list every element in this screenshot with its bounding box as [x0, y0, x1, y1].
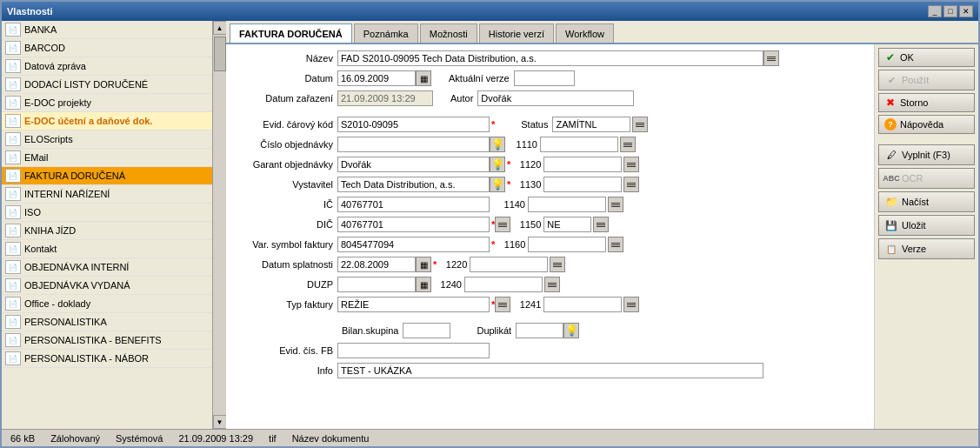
nazev-input[interactable] [337, 50, 763, 66]
autor-input[interactable] [477, 90, 634, 106]
status-1110-input[interactable] [540, 137, 618, 152]
status-1160-list-button[interactable] [608, 237, 623, 252]
sidebar-item-obj-int[interactable]: 📄 OBJEDNÁVKA INTERNÍ [2, 258, 212, 277]
status-1241-code: 1241 [510, 299, 543, 310]
typ-faktury-input[interactable] [337, 297, 490, 312]
datum-splatnosti-calendar[interactable]: ▦ [416, 257, 431, 272]
datum-splatnosti-input[interactable] [337, 257, 416, 272]
tab-poznamka[interactable]: Poznámka [354, 23, 418, 43]
status-1220-list-button[interactable] [550, 257, 565, 272]
ok-button[interactable]: ✔ OK [878, 48, 975, 67]
status-1120-input[interactable] [543, 157, 622, 172]
dic-list-button[interactable] [495, 217, 510, 232]
sidebar-item-email[interactable]: 📄 EMail [2, 149, 212, 167]
verze-button[interactable]: 📋 Verze [878, 238, 975, 259]
tab-historie[interactable]: Historie verzí [479, 23, 554, 43]
status-1150-input[interactable] [543, 217, 591, 232]
duplikat-label: Duplikát [477, 325, 511, 336]
status-1240-input[interactable] [464, 277, 543, 292]
sidebar-item-person-nab[interactable]: 📄 PERSONALISTIKA - NÁBOR [2, 350, 212, 368]
storno-button[interactable]: ✖ Storno [878, 93, 975, 112]
dic-input[interactable] [337, 217, 490, 232]
sidebar-item-kniha[interactable]: 📄 KNIHA JÍZD [2, 222, 212, 240]
status-input[interactable] [552, 117, 630, 132]
vyplnit-button[interactable]: 🖊 Vyplnit (F3) [878, 144, 975, 165]
status-1160-input[interactable] [528, 237, 606, 252]
status-1110-list-button[interactable] [620, 137, 636, 152]
status-list-button[interactable] [632, 117, 648, 132]
status-1150-list-button[interactable] [593, 217, 609, 232]
status-1140-input[interactable] [528, 197, 606, 212]
scroll-down-button[interactable]: ▼ [213, 415, 227, 429]
aktualni-verze-input[interactable] [514, 70, 575, 86]
bilan-row: Bilan.skupina Duplikát 💡 [233, 322, 867, 339]
nacist-button[interactable]: 📁 Načíst [878, 191, 975, 212]
status-1140-list-button[interactable] [608, 197, 623, 212]
sidebar-item-kontakt[interactable]: 📄 Kontakt [2, 240, 212, 258]
garant-bulb[interactable]: 💡 [490, 157, 505, 172]
garant-input[interactable] [337, 157, 490, 172]
evid-fb-input[interactable] [337, 343, 490, 358]
duzp-input[interactable] [337, 277, 416, 292]
pouzit-button[interactable]: ✔ Použít [878, 70, 975, 90]
sidebar-item-person[interactable]: 📄 PERSONALISTIKA [2, 313, 212, 331]
status-1241-input[interactable] [543, 297, 622, 312]
sidebar-item-person-ben[interactable]: 📄 PERSONALISTIKA - BENEFITS [2, 331, 212, 350]
datum-input[interactable] [337, 70, 416, 86]
garant-row: Garant objednávky 💡 * 1120 [233, 156, 867, 173]
info-input[interactable] [337, 363, 763, 378]
sidebar-item-office[interactable]: 📄 Office - doklady [2, 295, 212, 313]
sidebar-item-iso[interactable]: 📄 ISO [2, 204, 212, 222]
sidebar-wrapper: 📄 BANKA 📄 BARCOD 📄 Datová zpráva 📄 DODAC… [2, 21, 226, 429]
status-1130-list-button[interactable] [623, 177, 639, 192]
duplikat-bulb[interactable]: 💡 [563, 323, 579, 338]
doc-icon: 📄 [5, 169, 21, 183]
var-symbol-label: Var. symbol faktury [233, 239, 337, 250]
cislo-obj-input[interactable] [337, 137, 490, 152]
nazev-list-button[interactable] [763, 50, 779, 66]
vystavitel-input[interactable] [337, 177, 490, 192]
status-1240-list-button[interactable] [544, 277, 560, 292]
sidebar-item-obj-vyd[interactable]: 📄 OBJEDNÁVKA VYDANÁ [2, 277, 212, 295]
backup-state: Zálohovaný [47, 433, 103, 444]
maximize-button[interactable]: □ [943, 5, 957, 17]
sidebar-item-datova[interactable]: 📄 Datová zpráva [2, 57, 212, 76]
sidebar-item-faktura[interactable]: 📄 FAKTURA DORUČENÁ [2, 167, 212, 185]
tab-workflow[interactable]: Workflow [556, 23, 614, 43]
var-symbol-input[interactable] [337, 237, 490, 252]
duplikat-input[interactable] [516, 323, 563, 338]
sidebar-item-label: PERSONALISTIKA [24, 317, 107, 327]
ic-input[interactable] [337, 197, 490, 212]
status-1241-list-button[interactable] [623, 297, 639, 312]
sidebar-item-eloscripts[interactable]: 📄 ELOScripts [2, 130, 212, 149]
tab-faktura-dorucena[interactable]: FAKTURA DORUČENÁ [230, 23, 352, 43]
folder-icon: 📁 [884, 195, 898, 209]
autor-label: Autor [450, 93, 473, 104]
sidebar-item-banka[interactable]: 📄 BANKA [2, 21, 212, 39]
ocr-button[interactable]: ABC OCR [878, 168, 975, 189]
close-button[interactable]: ✕ [959, 5, 973, 17]
tab-moznosti[interactable]: Možnosti [420, 23, 477, 43]
typ-faktury-list-button[interactable] [495, 297, 510, 312]
sidebar-item-edoc2[interactable]: 📄 E-DOC účetní a daňové dok. [2, 112, 212, 130]
scroll-up-button[interactable]: ▲ [213, 21, 227, 35]
cislo-obj-bulb[interactable]: 💡 [490, 137, 505, 152]
minimize-button[interactable]: _ [928, 5, 942, 17]
datum-calendar-button[interactable]: ▦ [416, 70, 431, 86]
sidebar-item-dodaci[interactable]: 📄 DODACÍ LISTY DORUČENÉ [2, 76, 212, 94]
scroll-thumb[interactable] [214, 37, 226, 71]
sidebar-item-barcod[interactable]: 📄 BARCOD [2, 39, 212, 57]
status-1120-list-button[interactable] [623, 157, 639, 172]
dic-wrapper: * [337, 217, 510, 232]
bilan-skupina-input[interactable] [403, 323, 450, 338]
sidebar-item-edoc[interactable]: 📄 E-DOC projekty [2, 94, 212, 112]
main-window: Vlastnosti _ □ ✕ 📄 BANKA 📄 BARCOD 📄 Dato [0, 0, 980, 448]
vystavitel-bulb[interactable]: 💡 [490, 177, 505, 192]
duzp-calendar[interactable]: ▦ [416, 277, 431, 292]
napoveda-button[interactable]: ? Nápověda [878, 115, 975, 134]
ulozit-button[interactable]: 💾 Uložit [878, 215, 975, 236]
status-1220-input[interactable] [470, 257, 548, 272]
status-1130-input[interactable] [543, 177, 622, 192]
sidebar-item-interni[interactable]: 📄 INTERNÍ NAŘÍZENÍ [2, 185, 212, 204]
evid-input[interactable] [337, 117, 490, 132]
